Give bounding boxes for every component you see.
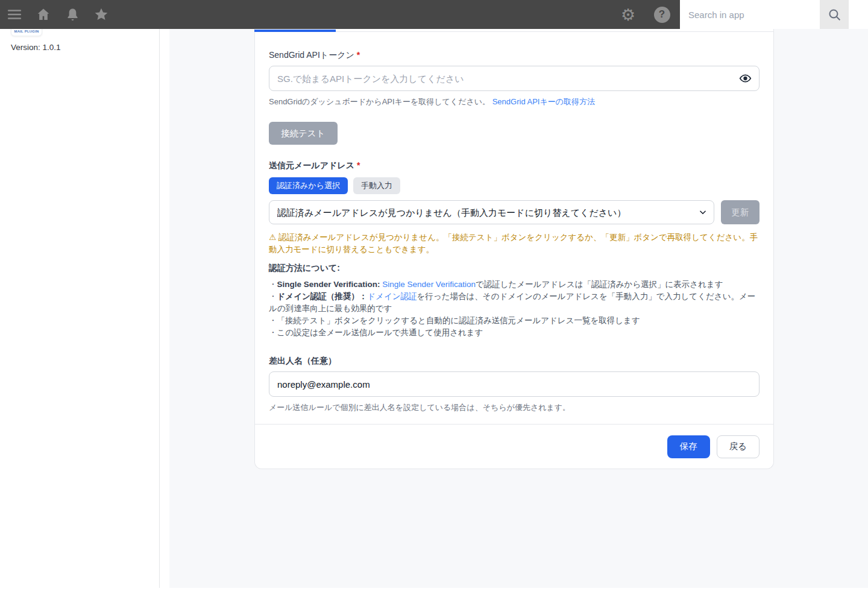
plugin-version: Version: 1.0.1 [11,43,61,52]
api-key-guide-link[interactable]: SendGrid APIキーの取得方法 [492,97,595,106]
auth-methods-list: ・Single Sender Verification: Single Send… [269,279,760,339]
api-token-helper: SendGridのダッシュボードからAPIキーを取得してください。 SendGr… [269,96,760,107]
plugin-logo-label: MAIL PLUGIN [14,30,39,33]
auth-list-item: ・ドメイン認証（推奨）：ドメイン認証を行った場合は、そのドメインのメールアドレス… [269,291,760,315]
top-navbar: ⚙ ? [0,0,868,29]
api-token-label-text: SendGrid APIトークン [269,50,354,60]
tab-bar [255,29,773,32]
bullet: ・ [269,292,277,301]
navbar-left-icons [0,0,116,29]
verified-email-warning: ⚠認証済みメールアドレスが見つかりません。「接続テスト」ボタンをクリックするか、… [269,232,760,256]
api-token-label: SendGrid APIトークン* [269,50,760,61]
sender-email-mode-toggles: 認証済みから選択 手動入力 [269,177,760,194]
warning-text: 認証済みメールアドレスが見つかりません。「接続テスト」ボタンをクリックするか、「… [269,233,758,254]
star-icon[interactable] [87,0,116,29]
auth-list-item: ・Single Sender Verification: Single Send… [269,279,760,291]
auth-item2-bold: ドメイン認証（推奨）： [277,292,368,301]
bell-icon[interactable] [58,0,87,29]
auth-item1-text: で認証したメールアドレスは「認証済みから選択」に表示されます [476,280,723,289]
gear-glyph: ⚙ [621,7,635,23]
verified-email-select[interactable]: 認証済みメールアドレスが見つかりません（手動入力モードに切り替えてください） [269,200,714,224]
navbar-edge [849,0,868,29]
auth-list-item: ・この設定は全メール送信ルールで共通して使用されます [269,327,760,339]
help-icon[interactable]: ? [647,0,676,29]
auth-item1-bold: Single Sender Verification: [277,280,380,289]
settings-card: SendGrid APIトークン* SendGridのダッシュボードからAPIキ… [254,29,774,469]
bullet: ・ [269,280,277,289]
required-mark: * [357,160,360,170]
active-tab-underline [254,30,336,32]
verified-email-select-row: 認証済みメールアドレスが見つかりません（手動入力モードに切り替えてください） 更… [269,200,760,224]
save-button[interactable]: 保存 [667,435,710,458]
verified-email-select-wrap: 認証済みメールアドレスが見つかりません（手動入力モードに切り替えてください） [269,200,714,224]
auth-item3-text: 「接続テスト」ボタンをクリックすると自動的に認証済み送信元メールアドレス一覧を取… [277,316,640,325]
search-icon [827,7,842,22]
toggle-manual-input[interactable]: 手動入力 [353,177,400,194]
toggle-password-visibility-button[interactable] [738,71,753,86]
eye-icon [739,78,752,87]
help-glyph: ? [654,7,670,23]
api-token-input[interactable] [269,66,760,91]
sidebar: MAIL PLUGIN Version: 1.0.1 [0,29,160,588]
settings-form: SendGrid APIトークン* SendGridのダッシュボードからAPIキ… [255,32,773,424]
sender-name-helper: メール送信ルールで個別に差出人名を設定している場合は、そちらが優先されます。 [269,402,760,413]
sender-name-input-wrap [269,371,760,397]
sender-email-label-text: 送信元メールアドレス [269,160,354,170]
back-button[interactable]: 戻る [717,435,760,458]
domain-auth-link[interactable]: ドメイン認証 [367,292,417,301]
card-footer: 保存 戻る [255,424,773,469]
api-token-helper-text: SendGridのダッシュボードからAPIキーを取得してください。 [269,97,490,106]
hamburger-menu-icon[interactable] [0,0,29,29]
bullet: ・ [269,328,277,337]
auth-methods-heading: 認証方法について: [269,263,760,274]
api-token-input-wrap [269,66,760,91]
bullet: ・ [269,316,277,325]
sender-name-label: 差出人名（任意） [269,356,760,367]
connection-test-button[interactable]: 接続テスト [269,122,338,145]
gear-icon[interactable]: ⚙ [614,0,643,29]
toggle-select-verified[interactable]: 認証済みから選択 [269,177,348,194]
auth-item4-text: この設定は全メール送信ルールで共通して使用されます [277,328,483,337]
auth-list-item: ・「接続テスト」ボタンをクリックすると自動的に認証済み送信元メールアドレス一覧を… [269,315,760,327]
search-input[interactable] [680,0,820,29]
warning-icon: ⚠ [269,233,276,242]
home-icon[interactable] [29,0,58,29]
search-button[interactable] [820,0,849,29]
required-mark: * [357,50,360,60]
refresh-button[interactable]: 更新 [721,200,760,224]
single-sender-verification-link[interactable]: Single Sender Verification [382,280,476,289]
sender-email-label: 送信元メールアドレス* [269,160,760,171]
sender-name-input[interactable] [269,371,760,397]
